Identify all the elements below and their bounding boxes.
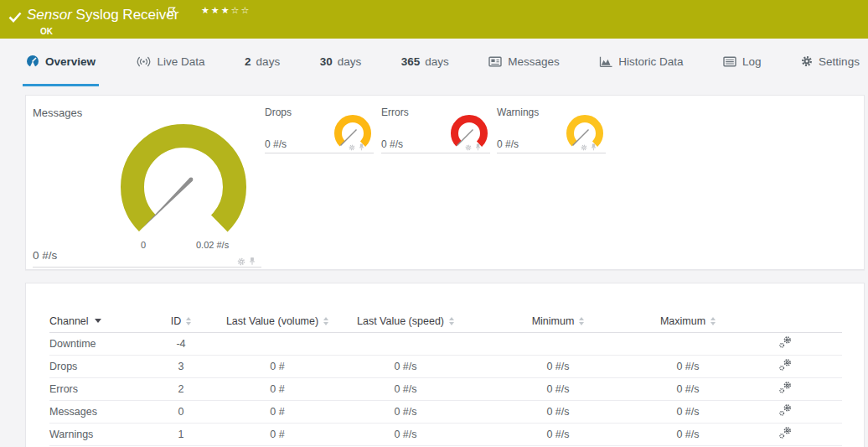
column-header-maximum[interactable]: Maximum [648,310,728,332]
gauge-widget-drops: Drops 0 #/s [265,102,374,153]
maximum-value [648,332,728,355]
tab-settings[interactable]: Settings [798,39,863,86]
sort-carets-icon [186,317,191,325]
column-header-last-value-speed[interactable]: Last Value (speed) [343,310,468,332]
gear-icon[interactable] [349,144,355,151]
channel-name: Messages [49,400,150,423]
status-badge: OK [40,27,53,36]
channel-id: 3 [150,355,212,377]
minimum-value: 0 #/s [468,377,648,400]
gear-icon[interactable] [237,257,245,266]
tab-historic-data[interactable]: Historic Data [596,39,686,86]
maximum-value: 0 #/s [648,377,728,400]
channel-name: Warnings [49,423,150,445]
gauge-value-drops: 0 #/s [265,138,287,150]
gauge-value-messages: 0 #/s [33,249,57,262]
gauge-title-messages: Messages [33,107,82,119]
gauge-value-errors: 0 #/s [381,138,403,150]
sort-carets-icon [710,317,716,325]
tab-label-number: 30 [320,55,333,68]
gauge-action-icons [465,143,481,151]
tab-label: days [256,55,281,68]
tab-label: Historic Data [618,55,683,68]
gauge-divider [33,267,261,268]
channel-settings-gears-icon[interactable] [778,426,793,439]
pin-icon[interactable] [475,143,481,151]
tab-messages[interactable]: Messages [485,39,563,86]
gear-icon[interactable] [581,144,587,151]
table-header-row: Channel ID Last Value (volume) Last Valu… [49,310,842,332]
column-header-id[interactable]: ID [150,310,212,332]
gauge-widget-errors: Errors 0 #/s [381,102,490,153]
last-value-speed: 0 #/s [343,355,468,377]
gauge-title-drops: Drops [265,107,292,118]
gauge-widget-warnings: Warnings 0 #/s [497,102,606,153]
last-value-volume: 0 # [212,377,343,400]
channels-table: Channel ID Last Value (volume) Last Valu… [49,310,842,446]
gauge-scale-min: 0 [136,240,151,250]
maximum-value: 0 #/s [648,423,728,445]
list-icon [723,56,736,67]
column-header-actions [728,310,842,332]
channel-settings-gears-icon[interactable] [778,381,793,394]
sort-carets-icon [579,317,584,325]
last-value-volume: 0 # [212,423,343,445]
tab-30-days[interactable]: 30 days [317,39,365,86]
pin-icon[interactable] [591,143,597,151]
maximum-value: 0 #/s [648,355,728,377]
channel-settings-gears-icon[interactable] [778,335,793,349]
tab-label-number: 2 [245,55,251,68]
column-header-last-value-volume[interactable]: Last Value (volume) [212,310,343,332]
last-value-speed: 0 #/s [343,377,468,400]
tab-label: Settings [819,55,860,68]
tab-live-data[interactable]: Live Data [132,39,209,86]
sort-carets-icon [323,317,328,325]
minimum-value: 0 #/s [468,355,648,377]
tab-label: days [425,55,449,68]
column-header-channel[interactable]: Channel [49,310,150,332]
messages-gauge [112,113,255,256]
tab-2-days[interactable]: 2 days [241,39,283,86]
tab-label: Overview [45,55,96,68]
gauge-title-errors: Errors [381,107,409,118]
channel-settings-gears-icon[interactable] [778,358,793,372]
table-row-downtime[interactable]: Downtime -4 [49,332,842,355]
gauge-value-warnings: 0 #/s [497,138,519,150]
table-row-errors[interactable]: Errors 2 0 # 0 #/s 0 #/s 0 #/s [49,377,842,400]
last-value-speed [343,332,468,355]
gear-icon [801,55,813,67]
channel-id: -4 [150,332,212,355]
minimum-value: 0 #/s [468,400,648,423]
gauge-action-icons [349,143,364,151]
last-value-volume [212,332,343,355]
table-row-messages[interactable]: Messages 0 0 # 0 #/s 0 #/s 0 #/s [49,400,842,423]
tab-label: Live Data [158,55,205,68]
table-row-warnings[interactable]: Warnings 1 0 # 0 #/s 0 #/s 0 #/s [49,423,842,445]
pin-icon[interactable] [249,257,256,266]
channel-id: 1 [150,423,212,445]
pin-icon[interactable] [359,143,364,151]
priority-stars[interactable]: ★★★☆☆ [201,5,251,16]
channel-name: Errors [49,377,150,400]
check-icon [8,11,22,26]
minimum-value: 0 #/s [468,423,648,445]
gear-icon[interactable] [465,144,472,151]
tab-overview[interactable]: Overview [23,39,99,86]
column-header-minimum[interactable]: Minimum [468,310,648,332]
channel-name: Drops [49,355,150,377]
tab-bar: Overview Live Data 2 days 30 days 365 da… [23,39,863,86]
last-value-volume: 0 # [212,400,343,423]
flag-icon[interactable] [168,5,176,20]
channel-settings-gears-icon[interactable] [778,403,793,417]
stars-empty: ☆☆ [231,5,251,15]
page-title: Sensor Syslog Receiver [27,7,178,23]
tab-365-days[interactable]: 365 days [398,39,452,86]
sensor-name: Syslog Receiver [76,7,179,23]
sort-carets-icon [449,317,454,325]
broadcast-icon [136,56,152,67]
stars-filled: ★★★ [201,5,231,15]
tab-label: days [338,55,362,68]
last-value-volume: 0 # [212,355,343,377]
table-row-drops[interactable]: Drops 3 0 # 0 #/s 0 #/s 0 #/s [49,355,842,377]
tab-log[interactable]: Log [720,39,765,86]
